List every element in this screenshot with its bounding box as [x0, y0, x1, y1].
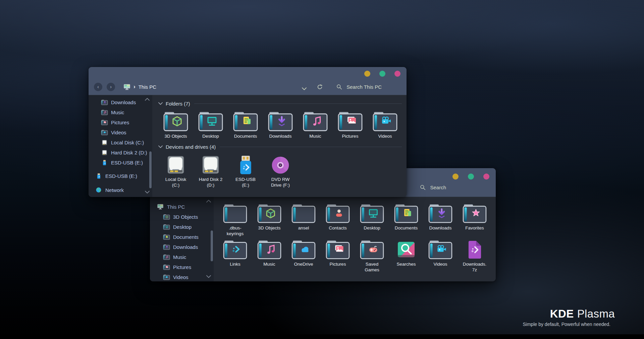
- folder-downloads-icon: [428, 203, 453, 224]
- file-desktop[interactable]: Desktop: [193, 111, 228, 139]
- back-arrow-icon: ‹: [97, 84, 99, 89]
- refresh-icon[interactable]: [317, 84, 323, 90]
- file-contacts[interactable]: Contacts: [321, 203, 355, 236]
- sidebar-item-esd-usb-e[interactable]: ESD-USB (E:): [89, 171, 152, 181]
- sidebar-item-documents[interactable]: Documents: [150, 232, 214, 242]
- file-label: .dbus-keyrings: [222, 225, 248, 236]
- file-documents[interactable]: Documents: [228, 111, 263, 139]
- sidebar: This PC3D ObjectsDesktopDocumentsDownloa…: [150, 197, 214, 281]
- file-label: Saved Games: [359, 261, 385, 273]
- brand-plasma: Plasma: [577, 308, 583, 314]
- file-label: Searches: [396, 261, 416, 267]
- file-label: Links: [230, 261, 240, 267]
- file-pictures[interactable]: Pictures: [321, 239, 355, 273]
- search-field[interactable]: Search This PC: [336, 84, 382, 90]
- folder-videos-icon: [163, 274, 170, 280]
- folder-3d-icon: [257, 203, 282, 224]
- folder-3d-icon: [163, 111, 189, 132]
- file-dvd-rw-drive-f[interactable]: DVD RW Drive (F:): [263, 154, 298, 188]
- sidebar-scrollbar[interactable]: [211, 230, 213, 261]
- folder-plain-icon: [291, 203, 316, 224]
- sidebar-item-label: Downloads: [111, 99, 136, 105]
- section-divider: [194, 104, 402, 104]
- sidebar-item-local-disk-c[interactable]: Local Disk (C:): [89, 137, 152, 147]
- file-ansel[interactable]: ansel: [286, 203, 321, 236]
- sidebar-item-network[interactable]: Network: [89, 185, 152, 195]
- section-collapse-icon[interactable]: [158, 145, 163, 148]
- sidebar-item-3d-objects[interactable]: 3D Objects: [150, 212, 214, 222]
- folder-desktop-icon: [198, 111, 224, 132]
- minimize-button[interactable]: [364, 71, 370, 77]
- close-button[interactable]: [483, 174, 489, 180]
- file-onedrive[interactable]: OneDrive: [286, 239, 321, 273]
- file-music[interactable]: Music: [252, 239, 286, 273]
- sidebar-item-desktop[interactable]: Desktop: [150, 222, 214, 232]
- file-favorites[interactable]: Favorites: [458, 203, 492, 236]
- section-collapse-icon[interactable]: [158, 102, 163, 105]
- file-3d-objects[interactable]: 3D Objects: [158, 111, 193, 139]
- forward-button[interactable]: ›: [107, 83, 115, 91]
- sidebar-item-label: ESD-USB (E:): [105, 173, 137, 179]
- file-label: Music: [263, 261, 275, 267]
- file-saved-games[interactable]: Saved Games: [355, 239, 389, 273]
- file-downloads[interactable]: Downloads: [263, 111, 298, 139]
- sidebar-item-music[interactable]: Music: [89, 107, 152, 117]
- file-documents[interactable]: Documents: [389, 203, 423, 236]
- sidebar-item-pictures[interactable]: Pictures: [89, 117, 152, 127]
- folder-plain-icon: [222, 203, 248, 224]
- sidebar-item-music[interactable]: Music: [150, 252, 214, 262]
- file-downloads-7z[interactable]: Downloads.7z: [458, 239, 492, 273]
- window-this-pc: ‹ › › This PC Search This PC: [89, 67, 407, 197]
- sidebar-scroll-down-icon[interactable]: [206, 275, 211, 278]
- file-videos[interactable]: Videos: [423, 239, 458, 273]
- toolbar-right: Search This PC: [302, 84, 401, 90]
- maximize-button[interactable]: [468, 174, 474, 180]
- toolbar: ‹ › › This PC Search This PC: [89, 78, 407, 95]
- folder-desktop-icon: [163, 224, 170, 230]
- sidebar-item-videos[interactable]: Videos: [89, 127, 152, 137]
- file-esd-usb-e[interactable]: ESD-USB (E:): [228, 154, 263, 188]
- maximize-button[interactable]: [379, 71, 385, 77]
- file-dbus-keyrings[interactable]: .dbus-keyrings: [218, 203, 252, 236]
- sidebar-item-label: ESD-USB (E:): [111, 160, 143, 165]
- folder-pictures-icon: [337, 111, 363, 132]
- file-desktop[interactable]: Desktop: [355, 203, 389, 236]
- folder-games-icon: [359, 239, 385, 260]
- sidebar-scroll-down-icon[interactable]: [145, 191, 150, 194]
- close-button[interactable]: [394, 71, 400, 77]
- file-videos[interactable]: Videos: [368, 111, 402, 139]
- tile-row: 3D ObjectsDesktopDocumentsDownloadsMusic…: [158, 111, 404, 139]
- sidebar-scroll-up-icon[interactable]: [145, 98, 150, 101]
- sidebar-item-downloads[interactable]: Downloads: [89, 97, 152, 107]
- breadcrumb-this-pc[interactable]: This PC: [139, 84, 156, 90]
- sidebar-item-videos[interactable]: Videos: [150, 272, 214, 281]
- address-dropdown-icon[interactable]: [302, 85, 307, 88]
- sidebar-item-downloads[interactable]: Downloads: [150, 242, 214, 252]
- search-field[interactable]: Search: [420, 185, 446, 190]
- file-label: 3D Objects: [165, 133, 187, 139]
- file-hard-disk-2-d[interactable]: Hard Disk 2 (D:): [193, 154, 228, 188]
- file-local-disk-c[interactable]: Local Disk (C:): [158, 154, 193, 188]
- file-links[interactable]: Links: [218, 239, 252, 273]
- file-label: Downloads.7z: [462, 261, 487, 273]
- folder-pictures-icon: [163, 264, 170, 270]
- file-music[interactable]: Music: [298, 111, 333, 139]
- minimize-button[interactable]: [452, 174, 459, 180]
- sidebar-item-pictures[interactable]: Pictures: [150, 262, 214, 272]
- sidebar-scroll-up-icon[interactable]: [206, 200, 211, 203]
- file-3d-objects[interactable]: 3D Objects: [252, 203, 286, 236]
- sidebar-item-esd-usb-e[interactable]: ESD-USB (E:): [89, 157, 152, 167]
- sidebar-scrollbar[interactable]: [149, 151, 152, 188]
- file-label: Documents: [395, 225, 418, 231]
- file-label: Videos: [433, 261, 447, 267]
- file-pictures[interactable]: Pictures: [333, 111, 368, 139]
- sidebar-item-hard-disk-2-d[interactable]: Hard Disk 2 (D:): [89, 147, 152, 157]
- file-downloads[interactable]: Downloads: [423, 203, 458, 236]
- file-searches[interactable]: Searches: [389, 239, 423, 273]
- sidebar-item-this-pc[interactable]: This PC: [150, 202, 214, 212]
- folder-pictures-icon: [325, 239, 351, 260]
- back-button[interactable]: ‹: [94, 83, 102, 91]
- file-label: 3D Objects: [258, 225, 281, 231]
- folder-documents-icon: [393, 203, 419, 224]
- search-icon: [336, 84, 342, 90]
